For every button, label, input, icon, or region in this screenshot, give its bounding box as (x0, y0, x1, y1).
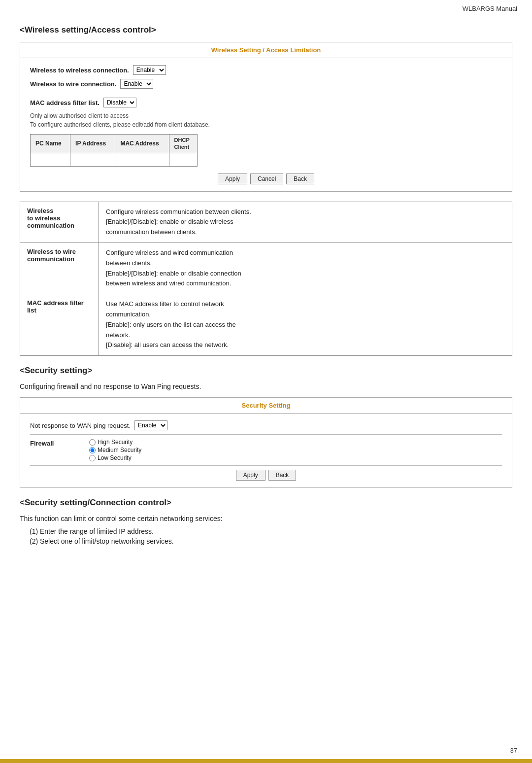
page-number: 37 (510, 747, 517, 754)
high-security-radio[interactable] (89, 439, 96, 446)
col-dhcp-client: DHCPClient (169, 135, 197, 153)
wireless-wire-select[interactable]: Enable Disable (120, 79, 153, 89)
wireless-wireless-row: Wireless to wireless connection. Enable … (30, 65, 502, 75)
security-panel-header: Security Setting (20, 398, 512, 414)
info-row-mac-filter: MAC address filterlist Use MAC address f… (20, 294, 512, 356)
info-desc-mac-filter: Use MAC address filter to control networ… (99, 294, 512, 356)
info-row-wireless-wireless: Wirelessto wirelesscommunication Configu… (20, 202, 512, 243)
connection-item-2: (2) Select one of limit/stop networking … (30, 537, 512, 545)
col-mac-address: MAC Address (115, 135, 169, 153)
col-pc-name: PC Name (31, 135, 70, 153)
security-setting-section: <Security setting> Configuring firewall … (20, 366, 512, 488)
security-buttons: Apply Back (30, 470, 502, 481)
wan-ping-row: Not response to WAN ping request. Enable… (30, 420, 502, 435)
low-security-label: Low Security (98, 454, 132, 461)
info-term-mac-filter: MAC address filterlist (20, 294, 99, 356)
col-ip-address: IP Address (70, 135, 115, 153)
wireless-access-panel-header: Wireless Setting / Access Limitation (20, 42, 512, 58)
high-security-label: High Security (98, 439, 133, 446)
wireless-back-button[interactable]: Back (286, 173, 314, 184)
bottom-bar (0, 759, 532, 763)
high-security-option: High Security (89, 439, 141, 446)
wireless-access-buttons: Apply Cancel Back (30, 173, 502, 184)
wan-ping-label: Not response to WAN ping request. (30, 422, 131, 429)
wireless-wire-label: Wireless to wire connection. (30, 80, 116, 88)
manual-title: WLBARGS Manual (463, 5, 517, 12)
wireless-cancel-button[interactable]: Cancel (250, 173, 283, 184)
wireless-access-panel: Wireless Setting / Access Limitation Wir… (20, 42, 512, 192)
wireless-wireless-select[interactable]: Enable Disable (133, 65, 166, 75)
security-back-button[interactable]: Back (268, 470, 297, 481)
firewall-radio-group: High Security Medium Security Low Securi… (89, 439, 141, 461)
medium-security-option: Medium Security (89, 447, 141, 453)
mac-table-empty-row (31, 153, 198, 166)
security-apply-button[interactable]: Apply (236, 470, 266, 481)
security-setting-title: <Security setting> (20, 366, 512, 376)
info-term-wireless-wire: Wireless to wirecommunication (20, 243, 99, 294)
connection-control-section: <Security setting/Connection control> Th… (20, 498, 512, 545)
info-desc-wireless-wireless: Configure wireless communication between… (99, 202, 512, 243)
mac-filter-note: Only allow authorised client to access T… (30, 111, 502, 129)
info-desc-wireless-wire: Configure wireless and wired communicati… (99, 243, 512, 294)
page-header: WLBARGS Manual (0, 0, 532, 15)
medium-security-label: Medium Security (98, 447, 141, 453)
wireless-apply-button[interactable]: Apply (218, 173, 247, 184)
connection-control-desc: This function can limit or control some … (20, 515, 512, 522)
mac-address-table: PC Name IP Address MAC Address DHCPClien… (30, 134, 198, 167)
mac-filter-select[interactable]: Disable Enable (103, 98, 136, 107)
wireless-wireless-label: Wireless to wireless connection. (30, 67, 129, 74)
wan-ping-select[interactable]: Enable Disable (134, 420, 167, 430)
medium-security-radio[interactable] (89, 447, 96, 453)
wireless-access-section: <Wireless setting/Access control> Wirele… (20, 25, 512, 356)
wireless-access-title: <Wireless setting/Access control> (20, 25, 512, 35)
firewall-row: Firewall High Security Medium Security (30, 439, 502, 466)
security-setting-desc: Configuring firewall and no response to … (20, 382, 512, 390)
low-security-radio[interactable] (89, 455, 96, 461)
wireless-wire-row: Wireless to wire connection. Enable Disa… (30, 79, 502, 89)
wireless-info-table: Wirelessto wirelesscommunication Configu… (20, 202, 512, 356)
firewall-label: Firewall (30, 440, 89, 447)
connection-control-title: <Security setting/Connection control> (20, 498, 512, 508)
connection-control-list: (1) Enter the range of limited IP addres… (20, 527, 512, 545)
mac-filter-label: MAC address filter list. (30, 99, 100, 106)
info-row-wireless-wire: Wireless to wirecommunication Configure … (20, 243, 512, 294)
info-term-wireless-wireless: Wirelessto wirelesscommunication (20, 202, 99, 243)
connection-item-1: (1) Enter the range of limited IP addres… (30, 527, 512, 535)
low-security-option: Low Security (89, 454, 141, 461)
mac-filter-row: MAC address filter list. Disable Enable (30, 98, 502, 107)
security-panel: Security Setting Not response to WAN pin… (20, 397, 512, 488)
